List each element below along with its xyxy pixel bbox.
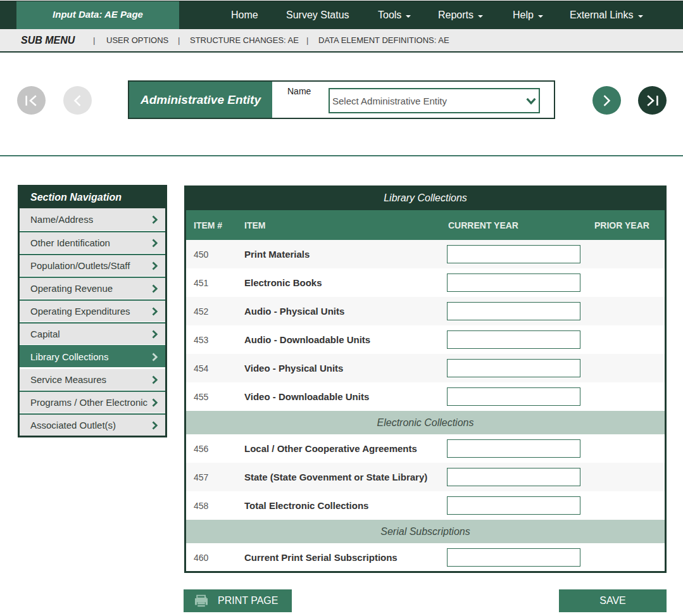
current-year-input-453[interactable] — [447, 330, 580, 349]
chevron-right-icon-svg — [152, 284, 158, 293]
nav-item-reports[interactable]: Reports — [438, 1, 483, 30]
nav-item-label: Tools — [378, 9, 401, 21]
table-row-453: 453Audio - Downloadable Units — [186, 325, 665, 354]
item-label: Local / Other Cooperative Agreements — [244, 434, 417, 463]
section-navigation-items: Name/AddressOther IdentificationPopulati… — [20, 208, 165, 436]
print-page-button[interactable]: PRINT PAGE — [184, 589, 292, 612]
top-navbar: Input Data: AE Page HomeSurvey StatusToo… — [0, 1, 683, 29]
nav-item-label: Help — [513, 9, 534, 21]
sidebar-item-population-outlets-staff[interactable]: Population/Outlets/Staff — [20, 254, 165, 276]
current-year-input-451[interactable] — [447, 273, 580, 292]
save-button[interactable]: SAVE — [559, 589, 667, 612]
current-year-input-457[interactable] — [447, 468, 580, 486]
current-year-input-452[interactable] — [447, 302, 580, 320]
current-year-input-454[interactable] — [447, 359, 580, 377]
item-label: Video - Downloadable Units — [244, 382, 369, 411]
chevron-right-icon-svg — [152, 239, 158, 248]
table-row-457: 457State (State Govenment or State Libra… — [186, 463, 665, 491]
chevron-right-icon-svg — [152, 421, 158, 430]
last-record-icon — [646, 95, 658, 106]
sidebar-item-label: Capital — [30, 329, 60, 339]
sidebar-item-label: Operating Revenue — [30, 283, 113, 294]
table-row-460: 460Current Print Serial Subscriptions — [186, 543, 665, 571]
sidebar-item-service-measures[interactable]: Service Measures — [20, 368, 165, 390]
submenu-link-structure-changes-ae[interactable]: STRUCTURE CHANGES: AE — [190, 29, 299, 51]
column-header-item: ITEM # — [194, 210, 222, 240]
column-header-current-year: CURRENT YEAR — [448, 210, 518, 240]
item-label: State (State Govenment or State Library) — [244, 463, 427, 491]
nav-item-label: External Links — [570, 9, 634, 21]
current-year-input-450[interactable] — [447, 245, 580, 263]
sidebar-item-capital[interactable]: Capital — [20, 322, 165, 344]
section-header-electronic-collections: Electronic Collections — [186, 411, 665, 434]
item-number: 458 — [194, 491, 208, 520]
nav-item-label: Home — [231, 9, 258, 21]
table-row-454: 454Video - Physical Units — [186, 354, 665, 382]
table-row-455: 455Video - Downloadable Units — [186, 382, 665, 411]
item-number: 460 — [194, 543, 208, 572]
item-label: Current Print Serial Subscriptions — [244, 543, 398, 572]
sidebar-item-library-collections[interactable]: Library Collections — [20, 345, 165, 367]
current-year-input-460[interactable] — [447, 548, 580, 567]
first-record-icon — [25, 95, 37, 106]
name-label: Name — [287, 86, 311, 96]
current-year-input-456[interactable] — [447, 439, 580, 458]
sidebar-item-operating-revenue[interactable]: Operating Revenue — [20, 277, 165, 299]
current-year-input-455[interactable] — [447, 387, 580, 406]
next-record-button[interactable] — [592, 86, 621, 115]
column-header-prior-year: PRIOR YEAR — [594, 210, 649, 240]
pager-zone: Administrative Entity Name Select Admini… — [0, 53, 683, 156]
nav-item-label: Reports — [438, 9, 473, 21]
caret-down-icon — [538, 15, 543, 18]
nav-item-tools[interactable]: Tools — [378, 1, 411, 30]
sidebar-item-programs-other-electronic[interactable]: Programs / Other Electronic — [20, 391, 165, 413]
item-label: Print Materials — [244, 240, 310, 268]
sidebar-item-associated-outlet-s[interactable]: Associated Outlet(s) — [20, 413, 165, 436]
printer-icon — [195, 594, 208, 607]
administrative-entity-box: Administrative Entity Name Select Admini… — [128, 80, 555, 119]
item-label: Audio - Downloadable Units — [244, 325, 370, 354]
previous-record-button[interactable] — [63, 86, 92, 115]
item-number: 451 — [194, 268, 208, 297]
sidebar-item-other-identification[interactable]: Other Identification — [20, 231, 165, 253]
item-label: Electronic Books — [244, 268, 322, 297]
current-year-input-458[interactable] — [447, 496, 580, 515]
chevron-right-icon — [152, 284, 158, 293]
table-row-451: 451Electronic Books — [186, 268, 665, 297]
chevron-right-icon-svg — [152, 398, 158, 407]
sidebar-item-label: Service Measures — [30, 374, 106, 385]
first-record-button[interactable] — [17, 86, 46, 115]
chevron-right-icon-svg — [152, 353, 158, 361]
chevron-right-icon — [152, 353, 158, 361]
submenu-link-user-options[interactable]: USER OPTIONS — [106, 29, 168, 51]
chevron-down-icon — [526, 97, 536, 105]
chevron-right-icon-svg — [152, 215, 158, 224]
sidebar-item-operating-expenditures[interactable]: Operating Expenditures — [20, 299, 165, 322]
item-label: Total Electronic Collections — [244, 491, 368, 520]
sidebar-item-label: Operating Expenditures — [30, 306, 130, 317]
sidebar-item-name-address[interactable]: Name/Address — [20, 208, 165, 230]
section-navigation-title: Section Navigation — [20, 187, 165, 208]
submenu-separator: | — [93, 29, 95, 51]
item-number: 455 — [194, 382, 208, 411]
chevron-right-icon — [152, 421, 158, 430]
caret-down-icon — [406, 15, 411, 18]
chevron-right-icon — [152, 215, 158, 224]
nav-item-external-links[interactable]: External Links — [570, 1, 643, 30]
last-record-button[interactable] — [638, 86, 667, 115]
sidebar-item-label: Programs / Other Electronic — [30, 397, 147, 408]
caret-down-icon — [478, 15, 483, 18]
section-header-serial-subscriptions: Serial Subscriptions — [186, 520, 665, 543]
nav-item-help[interactable]: Help — [513, 1, 543, 30]
submenu-bar: SUB MENU USER OPTIONSSTRUCTURE CHANGES: … — [0, 29, 683, 53]
submenu-link-data-element-definitions-ae[interactable]: DATA ELEMENT DEFINITIONS: AE — [318, 29, 449, 51]
chevron-right-icon — [152, 330, 158, 339]
select-value: Select Administrative Entity — [332, 96, 447, 106]
active-page-tab[interactable]: Input Data: AE Page — [16, 1, 179, 29]
chevron-right-icon — [152, 239, 158, 248]
administrative-entity-select[interactable]: Select Administrative Entity — [329, 88, 540, 113]
nav-item-home[interactable]: Home — [231, 1, 258, 30]
nav-item-survey-status[interactable]: Survey Status — [286, 1, 349, 30]
nav-item-label: Survey Status — [286, 9, 349, 21]
chevron-right-icon-svg — [152, 330, 158, 339]
